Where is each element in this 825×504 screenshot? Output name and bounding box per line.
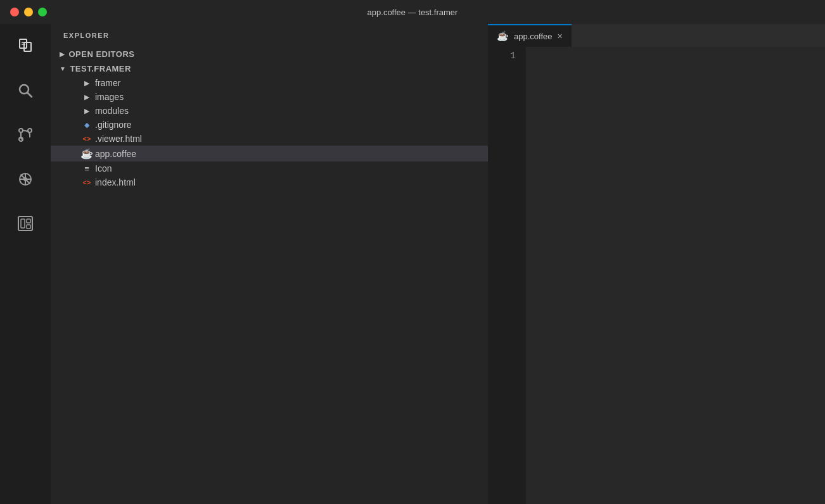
open-editors-chevron: ▶ — [60, 51, 65, 58]
main-layout: EXPLORER ▶ OPEN EDITORS ▼ TEST.FRAMER ▶ … — [0, 24, 825, 504]
open-editors-section[interactable]: ▶ OPEN EDITORS — [51, 47, 488, 61]
svg-point-6 — [19, 129, 23, 132]
window-title: app.coffee — test.framer — [368, 8, 458, 17]
app-coffee-label: app.coffee — [95, 149, 136, 159]
file-icon[interactable]: ≡ Icon — [51, 161, 488, 175]
folder-modules[interactable]: ▶ modules — [51, 104, 488, 118]
coffee-icon: ☕ — [81, 148, 93, 160]
line-number-1: 1 — [488, 51, 516, 61]
folder-images[interactable]: ▶ images — [51, 90, 488, 104]
images-chevron-icon: ▶ — [81, 93, 93, 101]
file-index-html[interactable]: <> index.html — [51, 175, 488, 189]
test-framer-label: TEST.FRAMER — [70, 64, 131, 73]
tab-app-coffee[interactable]: ☕ app.coffee × — [488, 24, 572, 47]
files-icon[interactable] — [10, 30, 41, 62]
editor-content: 1 — [488, 47, 825, 504]
gitignore-label: .gitignore — [95, 120, 132, 130]
modules-chevron-icon: ▶ — [81, 107, 93, 115]
code-area[interactable] — [526, 47, 825, 504]
open-editors-label: OPEN EDITORS — [69, 49, 135, 59]
tab-coffee-icon: ☕ — [497, 30, 509, 42]
maximize-button[interactable] — [38, 8, 47, 16]
activity-bar — [0, 24, 51, 504]
file-gitignore[interactable]: ◆ .gitignore — [51, 118, 488, 132]
line-numbers: 1 — [488, 47, 526, 504]
icon-label: Icon — [95, 163, 112, 173]
images-label: images — [95, 92, 124, 102]
titlebar: app.coffee — test.framer — [0, 0, 825, 24]
layout-icon[interactable] — [10, 208, 41, 239]
editor-area: ☕ app.coffee × 1 — [488, 24, 825, 504]
file-app-coffee[interactable]: ☕ app.coffee — [51, 146, 488, 161]
svg-rect-15 — [21, 219, 25, 228]
svg-rect-0 — [20, 39, 27, 48]
text-icon: ≡ — [81, 164, 93, 173]
svg-rect-17 — [27, 225, 30, 229]
folder-chevron-icon: ▶ — [81, 79, 93, 87]
minimize-button[interactable] — [24, 8, 33, 16]
test-framer-chevron: ▼ — [60, 65, 66, 72]
cursor-line — [534, 51, 825, 64]
svg-rect-1 — [24, 42, 31, 51]
svg-line-5 — [28, 93, 32, 98]
html2-icon: <> — [81, 179, 93, 186]
file-viewer-html[interactable]: <> .viewer.html — [51, 132, 488, 146]
close-button[interactable] — [10, 8, 19, 16]
test-framer-section[interactable]: ▼ TEST.FRAMER — [51, 61, 488, 76]
extensions-icon[interactable] — [10, 163, 41, 195]
svg-rect-16 — [27, 219, 30, 223]
tab-close-button[interactable]: × — [557, 31, 562, 41]
framer-label: framer — [95, 78, 120, 88]
explorer-header: EXPLORER — [51, 24, 488, 47]
tab-label: app.coffee — [514, 32, 552, 41]
source-control-icon[interactable] — [10, 119, 41, 151]
html-icon: <> — [81, 135, 93, 142]
traffic-lights — [10, 8, 47, 16]
viewer-html-label: .viewer.html — [95, 134, 142, 144]
folder-framer[interactable]: ▶ framer — [51, 76, 488, 90]
modules-label: modules — [95, 106, 129, 116]
search-icon[interactable] — [10, 75, 41, 106]
sidebar: EXPLORER ▶ OPEN EDITORS ▼ TEST.FRAMER ▶ … — [51, 24, 488, 504]
tab-bar: ☕ app.coffee × — [488, 24, 825, 47]
git-icon: ◆ — [81, 121, 93, 129]
index-html-label: index.html — [95, 177, 136, 187]
